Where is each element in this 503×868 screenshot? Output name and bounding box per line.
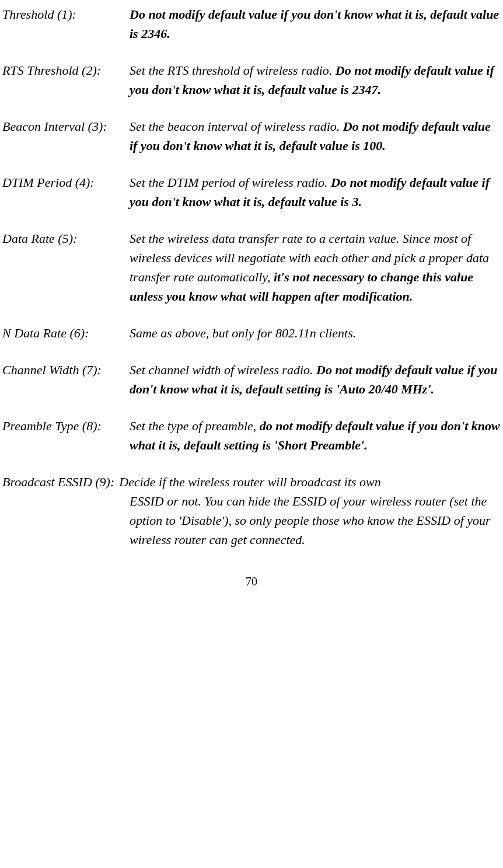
entry-n-data-rate: N Data Rate (6): Same as above, but only…	[2, 323, 501, 343]
field-description: Set channel width of wireless radio. Do …	[130, 360, 501, 399]
field-label: Threshold (1):	[2, 5, 130, 43]
field-label: RTS Threshold (2):	[2, 61, 130, 99]
desc-plain-text: Set the DTIM period of wireless radio.	[130, 175, 331, 190]
desc-plain-text: Set channel width of wireless radio.	[130, 362, 316, 377]
field-label: Channel Width (7):	[2, 360, 130, 399]
field-label: Broadcast ESSID (9):	[2, 472, 119, 491]
entry-dtim-period: DTIM Period (4): Set the DTIM period of …	[2, 173, 501, 211]
entry-threshold: Threshold (1): Do not modify default val…	[2, 5, 501, 43]
entry-channel-width: Channel Width (7): Set channel width of …	[2, 360, 501, 399]
entry-data-rate: Data Rate (5): Set the wireless data tra…	[2, 229, 501, 306]
page-number: 70	[2, 573, 501, 590]
desc-bold-text: Do not modify default value if you don't…	[130, 7, 499, 41]
field-label: Beacon Interval (3):	[2, 117, 130, 155]
field-description: Set the wireless data transfer rate to a…	[130, 229, 501, 306]
field-label: Preamble Type (8):	[2, 416, 130, 455]
field-label: DTIM Period (4):	[2, 173, 130, 211]
field-description: Set the type of preamble, do not modify …	[130, 416, 501, 455]
desc-plain-text: Set the RTS threshold of wireless radio.	[130, 63, 336, 78]
field-description: Same as above, but only for 802.11n clie…	[130, 323, 501, 343]
field-label: N Data Rate (6):	[2, 323, 130, 343]
desc-continuation-text: ESSID or not. You can hide the ESSID of …	[130, 491, 501, 549]
desc-plain-text: Set the beacon interval of wireless radi…	[130, 119, 343, 134]
field-description: Set the DTIM period of wireless radio. D…	[130, 173, 501, 211]
field-label: Data Rate (5):	[2, 229, 130, 306]
entry-broadcast-essid: Broadcast ESSID (9): Decide if the wirel…	[2, 472, 501, 549]
field-description: Set the RTS threshold of wireless radio.…	[130, 61, 501, 99]
desc-plain-text: Set the type of preamble,	[130, 419, 260, 433]
desc-plain-text: Decide if the wireless router will broad…	[119, 472, 381, 491]
entry-beacon-interval: Beacon Interval (3): Set the beacon inte…	[2, 117, 501, 155]
desc-plain-text: Same as above, but only for 802.11n clie…	[130, 326, 356, 340]
field-description: Set the beacon interval of wireless radi…	[130, 117, 501, 155]
field-description: Do not modify default value if you don't…	[130, 5, 501, 43]
entry-rts-threshold: RTS Threshold (2): Set the RTS threshold…	[2, 61, 501, 99]
entry-preamble-type: Preamble Type (8): Set the type of pream…	[2, 416, 501, 455]
